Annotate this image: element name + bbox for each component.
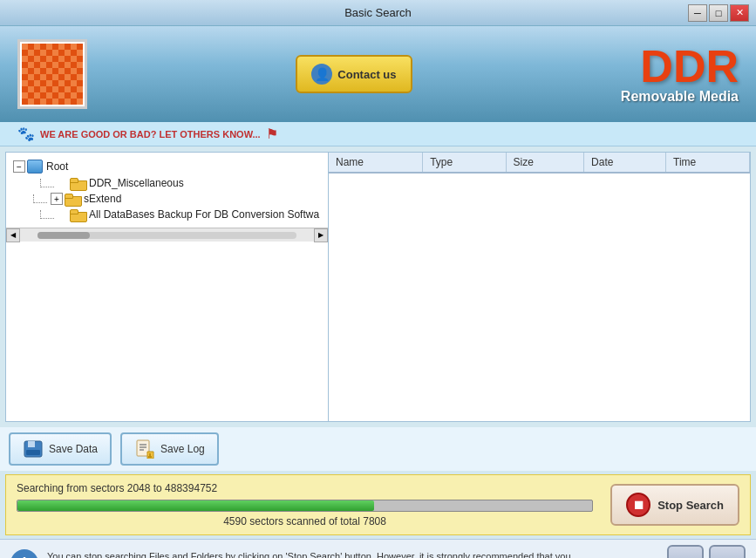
tree-item-ddr-misc[interactable]: DDR_Miscellaneous — [10, 175, 324, 191]
progress-info: Searching from sectors 2048 to 488394752… — [17, 482, 593, 527]
tree-item-root[interactable]: − Root — [10, 158, 324, 175]
info-text: You can stop searching Files and Folders… — [47, 549, 658, 559]
forward-button[interactable]: ▶ — [709, 545, 746, 558]
info-icon: i — [10, 549, 38, 558]
minimize-button[interactable]: ─ — [688, 4, 707, 22]
back-button[interactable]: ◀ — [667, 545, 704, 558]
file-table-header-row: Name Type Size Date Time — [329, 153, 750, 173]
save-data-button[interactable]: Save Data — [9, 432, 112, 466]
progress-area: Searching from sectors 2048 to 488394752… — [5, 474, 751, 535]
tree-item-sextend[interactable]: + sExtend — [10, 191, 324, 207]
window-controls: ─ □ ✕ — [688, 4, 749, 22]
brand-name: DDR — [621, 44, 739, 89]
app-logo — [17, 39, 87, 109]
header: 👤 Contact us DDR Removable Media — [0, 26, 756, 122]
folder-icon — [70, 177, 85, 189]
tree-expand-sextend[interactable]: + — [51, 193, 63, 205]
tree-scroll-area: − Root DDR_Miscellaneous + sExtend — [6, 153, 328, 228]
save-log-button[interactable]: Save Log — [120, 432, 219, 466]
scroll-track[interactable] — [37, 232, 296, 239]
nav-buttons: ◀ ▶ — [667, 545, 746, 558]
tree-label-ddr-misc: DDR_Miscellaneous — [89, 177, 184, 189]
save-log-icon — [134, 439, 155, 459]
brand-area: DDR Removable Media — [621, 44, 739, 105]
file-panel: Name Type Size Date Time — [329, 153, 750, 421]
header-center: 👤 Contact us — [87, 55, 621, 93]
contact-button[interactable]: 👤 Contact us — [296, 55, 412, 93]
svg-rect-1 — [28, 441, 35, 447]
tree-connector-2 — [33, 194, 47, 203]
contact-icon: 👤 — [311, 64, 332, 85]
tree-hscrollbar[interactable]: ◀ ▶ — [6, 228, 328, 242]
tree-panel[interactable]: − Root DDR_Miscellaneous + sExtend — [6, 153, 329, 421]
logo-checkerboard — [22, 44, 83, 105]
search-text: Searching from sectors 2048 to 488394752 — [17, 482, 593, 494]
folder-icon-sextend — [65, 193, 80, 205]
tree-item-alldb[interactable]: All DataBases Backup For DB Conversion S… — [10, 207, 324, 222]
tree-connector-3 — [40, 210, 54, 219]
scroll-thumb[interactable] — [37, 232, 90, 239]
close-button[interactable]: ✕ — [730, 4, 749, 22]
bottom-toolbar: Save Data Save Log — [0, 427, 756, 471]
folder-icon-alldb — [70, 208, 85, 221]
tree-expand-root[interactable]: − — [13, 160, 25, 173]
banner-text: WE ARE GOOD OR BAD? LET OTHERS KNOW... — [40, 129, 261, 140]
scroll-right-arrow[interactable]: ▶ — [314, 228, 328, 242]
col-time[interactable]: Time — [666, 153, 750, 173]
progress-bar-outer — [17, 500, 593, 512]
stop-search-button[interactable]: ⏹ Stop Search — [610, 484, 739, 526]
main-content: − Root DDR_Miscellaneous + sExtend — [5, 152, 751, 422]
col-date[interactable]: Date — [584, 153, 666, 173]
tree-connector — [40, 179, 54, 187]
info-bar: i You can stop searching Files and Folde… — [0, 539, 756, 558]
banner-strip: 🐾 WE ARE GOOD OR BAD? LET OTHERS KNOW...… — [0, 122, 756, 146]
brand-subtitle: Removable Media — [621, 89, 739, 105]
window-title: Basic Search — [344, 6, 412, 19]
file-table: Name Type Size Date Time — [329, 153, 750, 174]
progress-bar-inner — [17, 500, 374, 511]
title-bar: Basic Search ─ □ ✕ — [0, 0, 756, 26]
maximize-button[interactable]: □ — [709, 4, 728, 22]
scanned-text: 4590 sectors scanned of total 7808 — [17, 515, 593, 527]
tree-label-alldb: All DataBases Backup For DB Conversion S… — [89, 208, 319, 221]
tree-label-root: Root — [46, 160, 68, 173]
scroll-left-arrow[interactable]: ◀ — [6, 228, 20, 242]
stop-icon: ⏹ — [626, 493, 650, 517]
tree-label-sextend: sExtend — [84, 193, 121, 205]
col-type[interactable]: Type — [423, 153, 506, 173]
col-name[interactable]: Name — [329, 153, 423, 173]
col-size[interactable]: Size — [506, 153, 584, 173]
save-data-icon — [23, 439, 44, 459]
svg-rect-2 — [26, 450, 40, 455]
drive-icon — [27, 160, 43, 174]
